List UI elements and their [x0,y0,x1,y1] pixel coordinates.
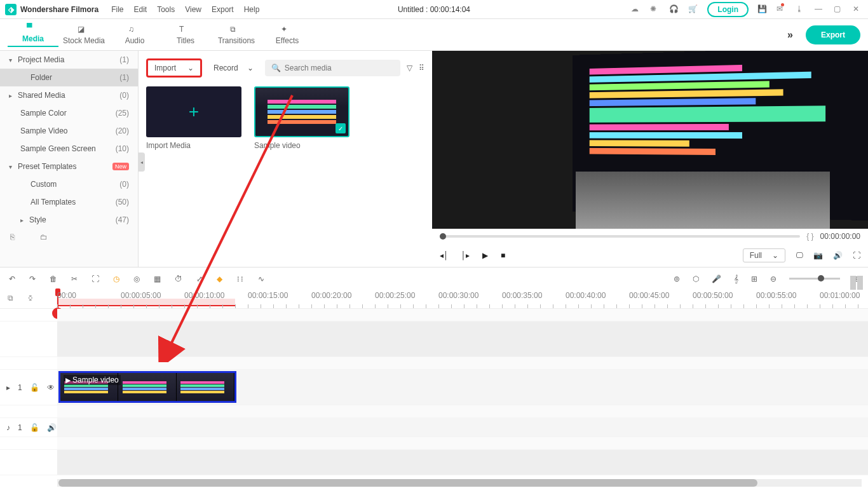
video-track-1[interactable]: ▸1 🔓 👁 ▶ Sample video [0,370,868,405]
tab-transitions[interactable]: ⧉Transitions [211,25,262,45]
lock-icon[interactable]: 🔓 [30,423,39,432]
eye-icon[interactable]: 👁 [47,383,55,392]
timeline: ⧉ ⧲ 00:0000:00:05:0000:00:10:0000:00:15:… [0,290,868,487]
more-icon[interactable]: » [787,29,793,41]
menu-help[interactable]: Help [244,5,260,14]
close-icon[interactable]: ✕ [853,4,863,15]
play-icon[interactable]: ▶ [482,251,488,260]
sidebar-item-all-templates[interactable]: All Templates(50) [0,193,138,211]
import-button[interactable]: Import⌄ [146,58,202,78]
scrub-track[interactable] [440,235,800,238]
media-panel: Import⌄ Record⌄ 🔍 ▽ ⠿ + Import Media [139,51,432,267]
ruler-label: 00:00:20:00 [311,291,351,300]
volume-icon[interactable]: 🔊 [833,251,843,260]
time-ruler[interactable]: 00:0000:00:05:0000:00:10:0000:00:15:0000… [57,290,868,308]
download-icon[interactable]: ⭳ [796,4,806,15]
undo-icon[interactable]: ↶ [9,274,15,283]
tab-media[interactable]: ▀Media [8,23,58,47]
minimize-icon[interactable]: — [815,4,825,15]
chevron-down-icon: ⌄ [772,251,778,260]
settings-gear-icon[interactable]: ✺ [650,4,660,15]
magnet-icon[interactable]: ⧲ [29,294,32,302]
sidebar-item-style[interactable]: ▸Style(47) [0,211,138,229]
menu-export[interactable]: Export [212,5,234,14]
sidebar-item-shared-media[interactable]: ▸Shared Media(0) [0,86,138,104]
in-out-brackets[interactable]: { } [806,232,813,241]
search-box[interactable]: 🔍 [265,60,400,76]
sidebar-item-preset-templates[interactable]: ▾Preset TemplatesNew [0,158,138,175]
record-button[interactable]: Record⌄ [208,60,259,76]
cloud-icon[interactable]: ☁ [631,4,641,15]
new-bin-icon[interactable]: ⎘ [10,233,15,241]
audio-wave-icon[interactable]: ∿ [258,274,264,283]
scrub-handle[interactable] [440,233,446,240]
import-media-thumb[interactable]: + Import Media [146,86,241,150]
prev-frame-icon[interactable]: ◂│ [440,251,449,260]
grid-view-icon[interactable]: ⠿ [419,64,424,72]
sidebar-item-sample-color[interactable]: Sample Color(25) [0,104,138,122]
cut-icon[interactable]: ✂ [71,274,78,283]
menu-edit[interactable]: Edit [133,5,147,14]
marker-icon[interactable]: ⬡ [693,274,699,283]
audio-track-1[interactable]: ♪1 🔓 🔊 [0,418,868,437]
tab-audio[interactable]: ♫Audio [109,25,160,45]
monitor-icon[interactable]: 🖵 [796,251,803,260]
tab-titles[interactable]: TTitles [160,25,211,45]
tab-stock-media[interactable]: ◪Stock Media [58,25,109,45]
check-icon: ✓ [336,123,346,133]
panel-resize-handles[interactable] [850,276,864,290]
menu-view[interactable]: View [185,5,201,14]
zoom-slider[interactable] [789,278,840,280]
sidebar-item-sample-green-screen[interactable]: Sample Green Screen(10) [0,140,138,158]
green-screen-icon[interactable]: ▦ [154,274,161,283]
search-input[interactable] [285,64,394,72]
mixer-icon[interactable]: 𝄞 [734,274,738,283]
zoom-out-icon[interactable]: ⊖ [770,274,776,283]
save-icon[interactable]: 💾 [757,4,768,15]
render-icon[interactable]: ⊚ [674,274,680,283]
expand-icon[interactable]: ⤢ [196,274,203,283]
main-area: ▾Project Media(1) Folder(1) ▸Shared Medi… [0,51,868,267]
add-track-icon[interactable]: ⊞ [751,274,757,283]
timeline-clip[interactable]: ▶ Sample video [58,371,236,403]
duration-icon[interactable]: ⏱ [175,274,182,283]
zoom-handle[interactable] [818,275,824,281]
filter-icon[interactable]: ▽ [407,64,412,72]
menu-tools[interactable]: Tools [157,5,175,14]
sidebar-item-sample-video[interactable]: Sample Video(20) [0,122,138,140]
voiceover-icon[interactable]: 🎤 [712,274,721,283]
export-button[interactable]: Export [806,25,860,44]
color-icon[interactable]: ◎ [133,274,140,283]
maximize-icon[interactable]: ▢ [834,4,844,15]
redo-icon[interactable]: ↷ [29,274,36,283]
play-pause-icon[interactable]: │▸ [461,251,470,260]
speed-icon[interactable]: ◷ [113,274,119,283]
timeline-h-scrollbar[interactable] [57,479,862,487]
ruler-label: 00:00:55:00 [756,291,796,300]
lock-icon[interactable]: 🔓 [30,383,39,392]
login-button[interactable]: Login [707,2,749,17]
sidebar-item-custom[interactable]: Custom(0) [0,175,138,193]
sidebar-item-project-media[interactable]: ▾Project Media(1) [0,51,138,69]
sidebar-item-folder[interactable]: Folder(1) [0,69,138,86]
link-icon[interactable]: ⧉ [8,294,13,302]
video-preview[interactable] [432,51,868,229]
ruler-label: 00:00:45:00 [629,291,669,300]
adjust-icon[interactable]: ⫶⫶ [236,274,244,283]
keyframe-icon[interactable]: ◆ [217,274,222,283]
headphones-icon[interactable]: 🎧 [669,4,679,15]
tab-effects[interactable]: ✦Effects [262,25,313,45]
sample-video-thumb[interactable]: ✓ Sample video [254,86,349,150]
snapshot-icon[interactable]: 📷 [813,251,823,260]
mail-icon[interactable]: ✉ [776,4,787,15]
menu-file[interactable]: File [111,5,123,14]
delete-icon[interactable]: 🗑 [50,274,57,283]
crop-icon[interactable]: ⛶ [92,274,99,283]
fullscreen-icon[interactable]: ⛶ [853,251,860,260]
stop-icon[interactable]: ■ [501,251,505,260]
quality-select[interactable]: Full⌄ [743,248,785,262]
mute-icon[interactable]: 🔊 [47,423,57,432]
folder-add-icon[interactable]: 🗀 [40,233,48,241]
cart-icon[interactable]: 🛒 [688,4,698,15]
ruler-label: 00:01:00:00 [820,291,860,300]
